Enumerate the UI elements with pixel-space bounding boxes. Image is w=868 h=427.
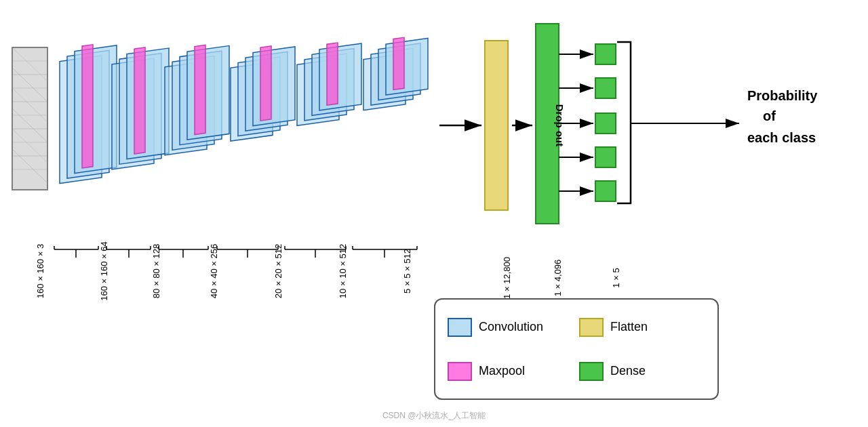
- svg-rect-41: [363, 54, 406, 110]
- svg-rect-27: [172, 56, 214, 150]
- svg-rect-44: [386, 38, 428, 95]
- svg-rect-42: [371, 48, 413, 105]
- svg-rect-59: [595, 113, 616, 134]
- input-image: [12, 47, 47, 190]
- svg-line-11: [12, 47, 47, 81]
- svg-text:1 × 12,800: 1 × 12,800: [502, 257, 512, 299]
- svg-text:1 × 4,096: 1 × 4,096: [553, 260, 563, 297]
- svg-rect-32: [238, 57, 280, 136]
- svg-rect-17: [12, 47, 47, 190]
- legend-maxpool: Maxpool: [448, 352, 574, 390]
- svg-rect-58: [595, 78, 616, 98]
- legend-swatch-blue: [448, 318, 472, 337]
- svg-text:1 × 5: 1 × 5: [611, 268, 621, 287]
- svg-rect-18: [60, 56, 102, 184]
- watermark: CSDN @小秋流水_人工智能: [382, 410, 486, 422]
- svg-rect-26: [165, 61, 207, 155]
- main-container: Drop out 160 × 160 × 3 160 × 160 × 64 80…: [0, 0, 868, 427]
- legend-flatten: Flatten: [579, 308, 705, 346]
- svg-rect-24: [127, 48, 169, 159]
- svg-line-13: [12, 88, 47, 122]
- svg-text:160 × 160 × 3: 160 × 160 × 3: [35, 244, 45, 298]
- svg-text:each class: each class: [747, 130, 816, 145]
- svg-rect-21: [82, 45, 93, 168]
- svg-text:160 × 160 × 64: 160 × 160 × 64: [99, 241, 109, 300]
- legend-box: Convolution Flatten Maxpool Dense: [434, 298, 719, 400]
- svg-rect-61: [595, 181, 616, 201]
- svg-rect-28: [180, 51, 222, 145]
- legend-label-maxpool: Maxpool: [479, 364, 525, 378]
- svg-rect-1: [12, 47, 47, 190]
- legend-label-flatten: Flatten: [610, 320, 648, 334]
- svg-rect-39: [319, 43, 361, 110]
- svg-rect-30: [195, 45, 205, 134]
- svg-rect-25: [134, 47, 145, 154]
- svg-rect-60: [595, 147, 616, 167]
- legend-label-convolution: Convolution: [479, 320, 543, 334]
- svg-rect-0: [12, 47, 47, 190]
- svg-rect-23: [119, 54, 161, 165]
- svg-text:80 × 80 × 128: 80 × 80 × 128: [151, 244, 161, 298]
- svg-rect-45: [393, 37, 404, 89]
- svg-rect-29: [187, 45, 229, 140]
- svg-line-15: [12, 129, 47, 163]
- svg-text:5 × 5 × 512: 5 × 5 × 512: [402, 249, 412, 293]
- svg-text:Drop out: Drop out: [554, 104, 566, 146]
- svg-rect-49: [485, 41, 508, 210]
- svg-rect-35: [260, 46, 271, 121]
- svg-line-12: [12, 68, 47, 102]
- legend-convolution: Convolution: [448, 308, 574, 346]
- svg-rect-43: [378, 43, 420, 100]
- legend-swatch-magenta: [448, 362, 472, 381]
- svg-text:40 × 40 × 256: 40 × 40 × 256: [209, 244, 219, 298]
- svg-rect-38: [312, 49, 354, 116]
- svg-rect-31: [231, 62, 273, 142]
- legend-label-dense: Dense: [610, 364, 646, 378]
- svg-text:20 × 20 × 512: 20 × 20 × 512: [273, 244, 283, 298]
- legend-swatch-green: [579, 362, 604, 381]
- svg-rect-36: [297, 59, 339, 126]
- svg-rect-37: [304, 54, 347, 121]
- svg-text:10 × 10 × 512: 10 × 10 × 512: [338, 244, 348, 298]
- svg-rect-20: [75, 45, 117, 174]
- svg-rect-19: [67, 50, 109, 178]
- svg-rect-22: [112, 58, 154, 169]
- svg-text:Probability: Probability: [747, 88, 818, 103]
- legend-dense: Dense: [579, 352, 705, 390]
- svg-rect-40: [327, 43, 338, 105]
- svg-line-14: [12, 108, 47, 142]
- legend-swatch-yellow: [579, 318, 604, 337]
- svg-text:of: of: [763, 108, 776, 123]
- svg-rect-33: [245, 52, 288, 131]
- svg-line-16: [12, 149, 47, 183]
- svg-rect-57: [595, 44, 616, 64]
- svg-rect-50: [536, 24, 559, 224]
- svg-rect-34: [253, 47, 295, 126]
